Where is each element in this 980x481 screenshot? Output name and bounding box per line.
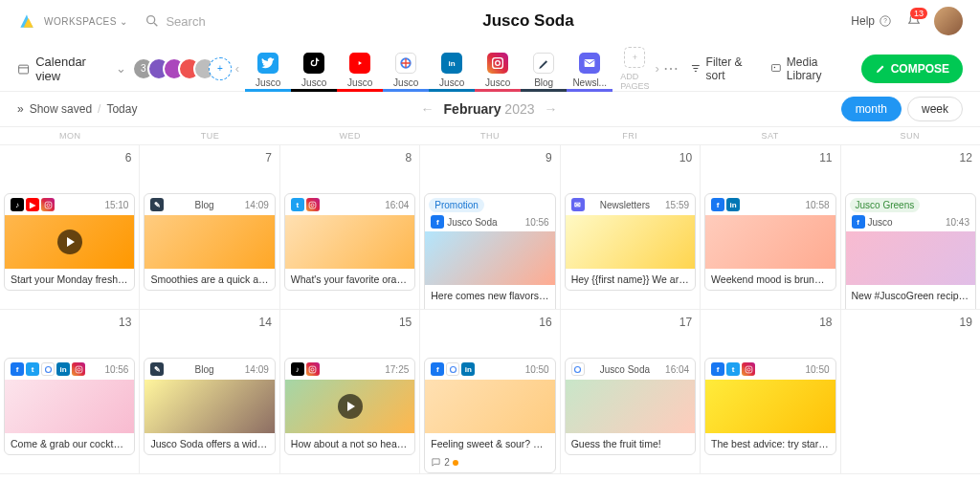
filter-icon (690, 62, 702, 75)
post-caption: What's your favorite orange co... (285, 269, 414, 290)
calendar-cell[interactable]: 8t16:04What's your favorite orange co... (280, 145, 420, 310)
month-view-button[interactable]: month (841, 97, 902, 121)
post-card[interactable]: PromotionfJusco Soda10:56Here comes new … (424, 193, 555, 310)
user-avatar[interactable] (934, 7, 963, 35)
calendar-cell[interactable]: 10✉Newsletters15:59Hey {{first name}} We… (561, 145, 701, 310)
svg-text:?: ? (883, 17, 887, 24)
post-time: 10:56 (104, 364, 128, 375)
help-link[interactable]: Help ? (851, 14, 892, 28)
prev-month[interactable]: ← (421, 101, 434, 117)
show-saved-toggle[interactable]: » Show saved / Today (17, 102, 137, 116)
post-caption: Hey {{first name}} We are excite... (566, 269, 695, 290)
calendar-cell[interactable]: 16fin10:50Feeling sweet & sour? Get the … (420, 310, 560, 474)
calendar-cell[interactable]: 15♪17:25How about a not so healthy trea.… (280, 310, 420, 474)
post-time: 17:25 (385, 364, 409, 375)
post-card[interactable]: Jusco GreensfJusco10:43New #JuscoGreen r… (845, 193, 976, 310)
channel-tab-tk[interactable]: Jusco (291, 49, 337, 88)
post-time: 16:04 (665, 364, 689, 375)
collaborator-stack[interactable]: 3 + (140, 57, 232, 80)
svg-rect-13 (45, 202, 52, 208)
post-channels: ✉ (571, 198, 585, 211)
calendar-cell[interactable]: 19 (841, 310, 980, 474)
post-thumbnail (285, 380, 414, 433)
calendar-cell[interactable]: 14✎Blog14:09Jusco Soda offers a wide ran… (140, 310, 279, 474)
svg-point-9 (496, 61, 501, 66)
calendar-cell[interactable]: 12Jusco GreensfJusco10:43New #JuscoGreen… (841, 145, 980, 310)
post-card[interactable]: ✎Blog14:09Smoothies are a quick and easy… (144, 193, 275, 291)
calendar-cell[interactable]: 13ftin10:56Come & grab our cocktails thi… (0, 310, 140, 474)
calendar-cell[interactable]: 17Jusco Soda16:04Guess the fruit time! (561, 310, 701, 474)
media-library-button[interactable]: Media Library (770, 55, 850, 82)
post-card[interactable]: ft10:50The best advice: try starting yo.… (704, 358, 835, 455)
svg-rect-4 (19, 65, 29, 74)
post-tag: Jusco Greens (850, 198, 921, 212)
view-selector[interactable]: Calendar view ⌄ (17, 55, 126, 83)
week-view-button[interactable]: week (907, 97, 963, 121)
post-time: 10:56 (525, 217, 549, 228)
next-month[interactable]: → (545, 101, 558, 117)
svg-rect-15 (309, 202, 316, 208)
expand-icon: » (17, 102, 24, 116)
add-pages-button[interactable]: + ADD PAGES (620, 47, 649, 91)
svg-point-12 (774, 67, 775, 68)
day-number: 15 (284, 314, 415, 331)
post-card[interactable]: ftin10:56Come & grab our cocktails this … (4, 358, 135, 455)
workspaces-dropdown[interactable]: WORKSPACES ⌄ (44, 16, 127, 27)
post-time: 10:50 (806, 364, 830, 375)
channels-next[interactable]: › (652, 57, 663, 79)
calendar-cell[interactable]: 11fin10:58Weekend mood is brunch mood... (701, 145, 840, 310)
svg-text:in: in (449, 59, 456, 68)
day-number: 19 (845, 314, 976, 331)
channel-tab-li[interactable]: inJusco (429, 49, 475, 88)
channels-prev[interactable]: ‹ (232, 57, 243, 79)
calendar-cell[interactable]: 6♪▶15:10Start your Monday fresh with o..… (0, 145, 140, 310)
svg-point-17 (45, 366, 51, 372)
post-channels: ft (711, 362, 755, 376)
post-caption: Guess the fruit time! (566, 433, 695, 454)
calendar-row: 13ftin10:56Come & grab our cocktails thi… (0, 310, 980, 474)
post-thumbnail (145, 215, 274, 269)
today-link[interactable]: Today (106, 102, 137, 116)
post-card[interactable]: fin10:58Weekend mood is brunch mood... (704, 193, 835, 291)
channel-tab-gm[interactable]: Jusco (383, 49, 429, 88)
post-time: 10:50 (525, 364, 549, 375)
play-icon (57, 230, 82, 254)
search-input[interactable]: Search (145, 13, 205, 29)
channel-tab-yt[interactable]: Jusco (337, 49, 383, 88)
post-channels: ✎ (150, 362, 164, 376)
post-thumbnail (566, 215, 695, 269)
post-card[interactable]: ✎Blog14:09Jusco Soda offers a wide range… (144, 358, 275, 455)
channel-tab-ig[interactable]: Jusco (475, 49, 521, 88)
post-card[interactable]: t16:04What's your favorite orange co... (284, 193, 415, 291)
day-header: SAT (700, 127, 839, 144)
notifications-button[interactable]: 13 (905, 12, 923, 30)
day-number: 17 (565, 314, 696, 331)
add-collaborator[interactable]: + (209, 57, 232, 80)
compose-button[interactable]: COMPOSE (861, 55, 963, 83)
post-thumbnail (5, 215, 134, 269)
svg-rect-10 (585, 59, 595, 67)
post-account: fJusco (852, 215, 893, 229)
day-number: 11 (704, 149, 835, 166)
post-card[interactable]: ♪▶15:10Start your Monday fresh with o... (4, 193, 135, 291)
channel-tab-bl[interactable]: Blog (521, 49, 567, 88)
post-meta: 2 (425, 454, 554, 472)
calendar-cell[interactable]: 9PromotionfJusco Soda10:56Here comes new… (420, 145, 560, 310)
post-card[interactable]: fin10:50Feeling sweet & sour? Get the j.… (424, 358, 555, 473)
post-channels: t (291, 198, 320, 211)
post-card[interactable]: Jusco Soda16:04Guess the fruit time! (565, 358, 696, 455)
day-headers: MONTUEWEDTHUFRISATSUN (0, 126, 980, 145)
post-caption: How about a not so healthy trea... (285, 433, 414, 454)
post-card[interactable]: ♪17:25How about a not so healthy trea... (284, 358, 415, 455)
filter-sort-button[interactable]: Filter & sort (690, 55, 759, 82)
calendar-cell[interactable]: 7✎Blog14:09Smoothies are a quick and eas… (140, 145, 279, 310)
post-caption: Come & grab our cocktails this ... (5, 433, 134, 454)
post-card[interactable]: ✉Newsletters15:59Hey {{first name}} We a… (565, 193, 696, 291)
calendar-cell[interactable]: 18ft10:50The best advice: try starting y… (701, 310, 840, 474)
post-channels: fin (711, 198, 740, 211)
svg-rect-18 (76, 366, 82, 373)
channel-tab-nl[interactable]: Newsl... (567, 49, 612, 88)
more-menu[interactable]: ⋯ (663, 59, 679, 77)
channel-tab-tw[interactable]: Jusco (245, 49, 291, 88)
post-caption: Feeling sweet & sour? Get the j... (425, 433, 554, 454)
